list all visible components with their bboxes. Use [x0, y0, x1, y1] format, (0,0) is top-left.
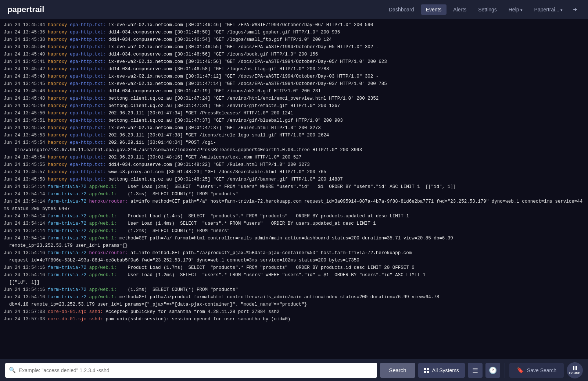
log-line: Jun 24 13:54:16 farm-trivia-72 app/web.1… [4, 271, 584, 286]
log-timestamp: Jun 24 13:54:14 [4, 199, 45, 204]
log-message: User Load (2ms) SELECT "users".* FROM "u… [117, 184, 456, 189]
log-message: ix-eve-wa2-02.ix.netcom.com [30:01:46:46… [106, 22, 373, 28]
log-file: epa-http.txt: [70, 37, 106, 42]
search-input-wrap: 🔍 [5, 363, 377, 378]
log-timestamp: Jun 24 13:45:43 [4, 74, 45, 79]
log-timestamp: Jun 24 13:45:36 [4, 30, 45, 35]
log-timestamp: Jun 24 13:54:16 [4, 265, 45, 270]
log-line: Jun 24 13:45:42 haproxy epa-http.txt: dd… [4, 65, 584, 73]
pause-button[interactable]: PAUSE [567, 362, 583, 378]
log-source: farm-trivia-72 [45, 199, 89, 204]
search-button[interactable]: Search [380, 363, 415, 378]
log-message: bettong.client.uq.oz.au [30:01:48:25] "G… [106, 177, 343, 182]
log-file: heroku/router: [89, 199, 128, 204]
pause-icon [573, 366, 577, 370]
log-timestamp: Jun 24 13:45:57 [4, 170, 45, 175]
log-message: www-c8.proxy.aol.com [30:01:48:23] "GET … [106, 170, 326, 175]
log-file: epa-http.txt: [70, 118, 106, 123]
log-line: Jun 24 13:45:54 haproxy epa-http.txt: 20… [4, 139, 584, 154]
save-search-button[interactable]: 🔖 Save Search [509, 363, 564, 378]
nav-dashboard[interactable]: Dashboard [384, 4, 419, 15]
log-line: Jun 24 13:54:14 farm-trivia-72 app/web.1… [4, 235, 584, 249]
log-file: epa-http.txt: [70, 89, 106, 94]
log-file: epa-http.txt: [70, 177, 106, 182]
log-file: heroku/router: [89, 250, 128, 256]
log-timestamp: Jun 24 13:45:53 [4, 125, 45, 131]
log-message: 202.96.29.111 [30:01:48:16] "GET /waisic… [106, 155, 302, 160]
log-message: Product Load (1.4ms) SELECT "products".*… [117, 214, 409, 219]
log-source: farm-trivia-72 [45, 273, 89, 278]
log-file: app/web.1: [89, 214, 117, 219]
log-line: Jun 24 13:45:48 haproxy epa-http.txt: be… [4, 95, 584, 102]
log-file: app/web.1: [89, 184, 117, 189]
log-line: Jun 24 13:54:14 farm-trivia-72 heroku/ro… [4, 198, 584, 213]
log-source: haproxy [45, 37, 70, 42]
log-message: pam_unix(sshd:session): session opened f… [103, 317, 290, 322]
log-message: bettong.client.uq.oz.au [30:01:47:31] "G… [106, 103, 340, 108]
nav-help[interactable]: Help [503, 4, 528, 15]
log-source: haproxy [45, 96, 70, 101]
log-timestamp: Jun 24 13:54:16 [4, 295, 45, 300]
log-line: Jun 24 13:45:51 haproxy epa-http.txt: be… [4, 117, 584, 124]
log-source: core-db-01.sjc [45, 309, 89, 314]
log-file: epa-http.txt: [70, 111, 106, 116]
time-button[interactable]: 🕐 [485, 363, 500, 378]
log-timestamp: Jun 24 13:45:40 [4, 44, 45, 50]
log-line: Jun 24 13:45:38 haproxy epa-http.txt: dd… [4, 36, 584, 43]
log-source: farm-trivia-72 [45, 250, 89, 256]
log-message: ix-eve-wa2-02.ix.netcom.com [30:01:47:14… [106, 81, 387, 86]
signout-icon[interactable]: ➜ [569, 3, 581, 16]
log-file: app/web.1: [89, 265, 117, 270]
clock-icon: 🕐 [489, 366, 497, 374]
log-file: epa-http.txt: [70, 44, 106, 50]
log-timestamp: Jun 24 13:45:49 [4, 103, 45, 108]
log-message: ix-eve-wa2-02.ix.netcom.com [30:01:47:12… [106, 74, 379, 79]
log-timestamp: Jun 24 13:45:51 [4, 118, 45, 123]
log-file: epa-http.txt: [70, 22, 106, 28]
log-timestamp: Jun 24 13:45:34 [4, 22, 45, 28]
log-source: haproxy [45, 52, 70, 57]
log-line: Jun 24 13:45:34 haproxy epa-http.txt: ix… [4, 21, 584, 29]
bottom-bar: 🔍 Search All Systems ☰ 🕐 🔖 Save Search P… [0, 359, 588, 381]
log-line: Jun 24 13:54:16 farm-trivia-72 heroku/ro… [4, 249, 584, 264]
log-timestamp: Jun 24 13:57:03 [4, 317, 45, 322]
log-timestamp: Jun 24 13:54:16 [4, 273, 45, 278]
logo-plain: paper [7, 5, 29, 14]
all-systems-label: All Systems [432, 367, 459, 373]
nav-alerts[interactable]: Alerts [448, 4, 472, 15]
log-file: epa-http.txt: [70, 59, 106, 64]
log-file: epa-http.txt: [70, 81, 106, 86]
log-message: 202.96.29.111 [30:01:47:34] "GET /PressR… [106, 111, 293, 116]
log-file: app/web.1: [89, 287, 117, 292]
log-timestamp: Jun 24 13:54:14 [4, 236, 45, 241]
log-line: Jun 24 13:54:14 farm-trivia-72 app/web.1… [4, 220, 584, 227]
log-file: epa-http.txt: [70, 162, 106, 167]
log-timestamp: Jun 24 13:45:38 [4, 37, 45, 42]
log-source: haproxy [45, 67, 70, 72]
log-area: Jun 24 13:45:34 haproxy epa-http.txt: ix… [0, 19, 588, 359]
nav-settings[interactable]: Settings [473, 4, 502, 15]
divider [505, 363, 505, 378]
log-line: Jun 24 13:54:14 farm-trivia-72 app/web.1… [4, 227, 584, 235]
log-file: sshd: [89, 309, 103, 314]
nav-events[interactable]: Events [421, 4, 447, 15]
log-line: Jun 24 13:45:36 haproxy epa-http.txt: dd… [4, 29, 584, 36]
log-message: (1.2ms) SELECT COUNT(*) FROM "users" [117, 228, 230, 234]
log-file: app/web.1: [89, 273, 117, 278]
log-line: Jun 24 13:45:54 haproxy epa-http.txt: 20… [4, 154, 584, 161]
log-message: bettong.client.uq.oz.au [30:01:47:24] "G… [106, 96, 379, 101]
log-line: Jun 24 13:45:45 haproxy epa-http.txt: ix… [4, 80, 584, 88]
log-line: Jun 24 13:45:46 haproxy epa-http.txt: dd… [4, 88, 584, 95]
log-source: farm-trivia-72 [45, 295, 89, 300]
all-systems-button[interactable]: All Systems [418, 363, 465, 378]
log-source: core-db-01.sjc [45, 317, 89, 322]
search-input[interactable] [19, 367, 373, 373]
log-timestamp: Jun 24 13:45:42 [4, 67, 45, 72]
log-message: (1.3ms) SELECT COUNT(*) FROM "products" [117, 287, 238, 292]
log-line: Jun 24 13:57:03 core-db-01.sjc sshd: Acc… [4, 308, 584, 316]
log-source: farm-trivia-72 [45, 228, 89, 234]
list-view-button[interactable]: ☰ [468, 363, 483, 378]
log-timestamp: Jun 24 13:54:14 [4, 192, 45, 197]
nav-account[interactable]: Papertrai... [529, 4, 568, 15]
log-source: farm-trivia-72 [45, 214, 89, 219]
